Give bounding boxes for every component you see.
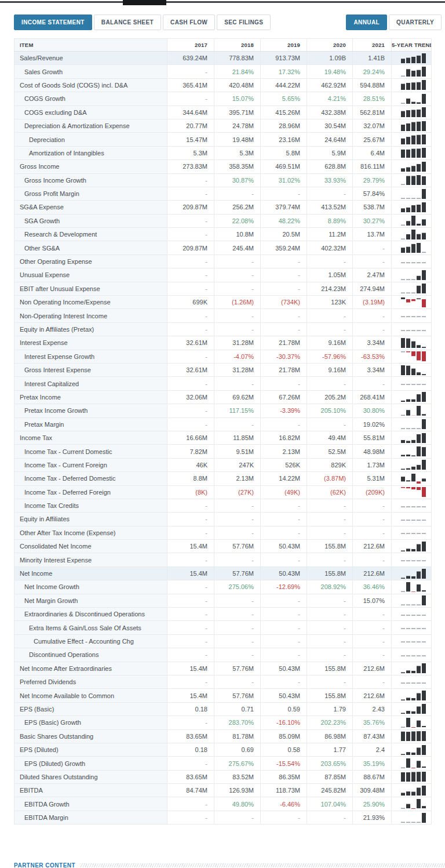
cell-2020: 52.5M	[307, 445, 353, 458]
cell-2018: 24.78M	[214, 119, 261, 132]
statement-toolbar: INCOME STATEMENT BALANCE SHEET CASH FLOW…	[14, 14, 442, 30]
cell-2018: -	[214, 675, 261, 688]
sparkline-icon	[401, 799, 426, 809]
cell-2017: -	[167, 757, 214, 770]
table-row: Income Tax - Current Domestic7.82M9.51M2…	[14, 445, 432, 458]
sparkline-icon	[401, 270, 426, 280]
table-row: Amortization of Intangibles5.3M5.3M5.8M5…	[14, 146, 432, 159]
sparkline-icon	[401, 731, 426, 741]
cell-2018: 30.87%	[214, 173, 261, 187]
cell-2018: -	[214, 268, 261, 282]
cell-2021: 538.7M	[353, 201, 392, 214]
table-row: Extraordinaries & Discontinued Operation…	[14, 608, 432, 621]
cell-2021: 212.6M	[353, 689, 392, 702]
cell-2018: -	[214, 608, 261, 621]
trend-cell	[392, 377, 432, 390]
cell-2019: 50.43M	[261, 662, 307, 675]
cell-2020: 1.79	[307, 702, 353, 716]
cell-2018: -	[214, 811, 261, 824]
table-row: Depreciation & Amortization Expense20.77…	[14, 119, 432, 132]
cell-2020: 205.10%	[307, 404, 353, 417]
tab-sec-filings[interactable]: SEC FILINGS	[217, 14, 271, 30]
cell-2018: 358.35M	[214, 160, 261, 173]
cell-2019: 50.43M	[261, 540, 307, 553]
cell-2020: 829K	[307, 458, 353, 471]
sparkline-icon	[401, 230, 426, 239]
sparkline-icon	[401, 813, 426, 823]
cell-2019: -	[261, 187, 307, 200]
row-label: Gross Interest Expense	[14, 363, 167, 376]
cell-2021: 2.4	[353, 743, 392, 756]
row-label: COGS excluding D&A	[14, 106, 167, 119]
cell-2017: 32.61M	[167, 336, 214, 350]
cell-2021: (209K)	[353, 485, 392, 499]
cell-2017: 15.4M	[167, 540, 214, 553]
cell-2017: 273.83M	[167, 160, 214, 173]
cell-2019: 359.24M	[261, 241, 307, 255]
cell-2020: 19.48%	[307, 65, 353, 78]
cell-2017: -	[167, 377, 214, 390]
quarterly-button[interactable]: QUARTERLY	[389, 14, 442, 30]
cell-2021: 29.79%	[353, 173, 392, 187]
sparkline-icon	[401, 379, 426, 388]
cell-2017: -	[167, 526, 214, 539]
cell-2019: -30.37%	[261, 350, 307, 363]
cell-2017: 639.24M	[167, 52, 214, 65]
cell-2017: 46K	[167, 458, 214, 471]
row-label: EPS (Basic) Growth	[14, 716, 167, 729]
table-row: Sales Growth-21.84%17.32%19.48%29.24%	[14, 65, 432, 78]
sparkline-icon	[401, 542, 426, 551]
sparkline-icon	[401, 650, 426, 660]
cell-2020: -	[307, 553, 353, 566]
tab-balance-sheet[interactable]: BALANCE SHEET	[94, 14, 161, 30]
cell-2021: 2.43	[353, 702, 392, 716]
cell-2021: 19.02%	[353, 417, 392, 431]
column-header-year: 2019	[261, 39, 307, 52]
cell-2017: -	[167, 228, 214, 241]
trend-cell	[392, 160, 432, 173]
cell-2021: -	[353, 309, 392, 322]
cell-2018: 256.2M	[214, 201, 261, 214]
partner-content-section: PARTNER CONTENT	[14, 862, 445, 868]
cell-2018: -	[214, 187, 261, 200]
trend-cell	[392, 689, 432, 702]
row-label: Basic Shares Outstanding	[14, 729, 167, 743]
cell-2019: -	[261, 255, 307, 268]
cell-2021: 35.76%	[353, 716, 392, 729]
cell-2020: 214.23M	[307, 282, 353, 295]
cell-2021: 28.51%	[353, 92, 392, 106]
sparkline-icon	[401, 297, 426, 307]
table-row: Discontinued Operations-----	[14, 648, 432, 662]
cell-2017: 84.74M	[167, 784, 214, 797]
trend-cell	[392, 309, 432, 322]
sparkline-icon	[401, 53, 426, 63]
cell-2020: -	[307, 309, 353, 322]
table-row: Non Operating Income/Expense699K(1.26M)(…	[14, 296, 432, 309]
table-row: Minority Interest Expense-----	[14, 553, 432, 566]
cell-2021: -	[353, 255, 392, 268]
sparkline-icon	[401, 474, 426, 484]
cell-2017: -	[167, 282, 214, 295]
cell-2018: 57.76M	[214, 689, 261, 702]
tab-cash-flow[interactable]: CASH FLOW	[163, 14, 215, 30]
row-label: EBITDA Growth	[14, 797, 167, 811]
cell-2019: 21.78M	[261, 336, 307, 350]
cell-2021: 13.7M	[353, 228, 392, 241]
annual-button[interactable]: ANNUAL	[346, 14, 387, 30]
trend-cell	[392, 757, 432, 770]
cell-2020: 1.09B	[307, 52, 353, 65]
cell-2017: -	[167, 499, 214, 512]
cell-2021: 48.98M	[353, 445, 392, 458]
cell-2019: -16.10%	[261, 716, 307, 729]
cell-2018: 420.48M	[214, 78, 261, 92]
cell-2020: 9.16M	[307, 336, 353, 350]
cell-2018: -	[214, 499, 261, 512]
sparkline-icon	[401, 257, 426, 267]
cell-2020: -	[307, 594, 353, 607]
tab-income-statement[interactable]: INCOME STATEMENT	[14, 14, 92, 30]
row-label: Cost of Goods Sold (COGS) incl. D&A	[14, 78, 167, 92]
trend-cell	[392, 322, 432, 336]
trend-cell	[392, 106, 432, 119]
trend-cell	[392, 553, 432, 566]
cell-2017: 365.41M	[167, 78, 214, 92]
